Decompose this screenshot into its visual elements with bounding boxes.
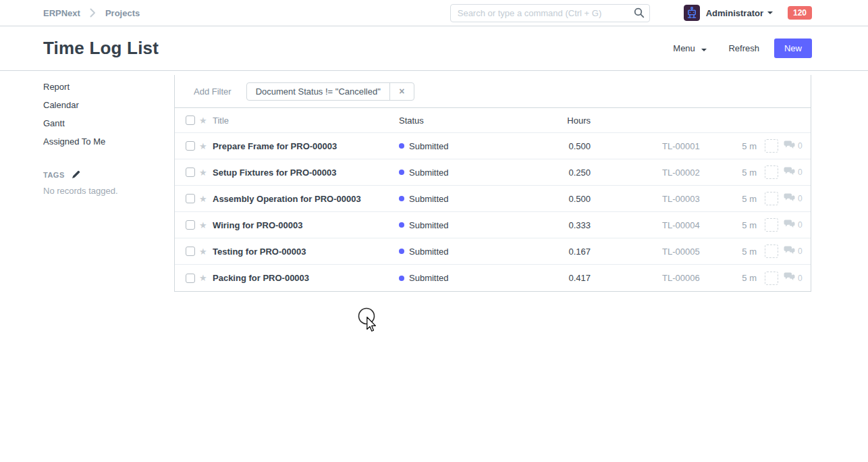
table-row[interactable]: ★ Testing for PRO-00003 Submitted 0.167 …	[175, 238, 811, 265]
assign-placeholder[interactable]	[765, 218, 778, 232]
row-status: Submitted	[399, 141, 507, 151]
star-icon[interactable]: ★	[199, 195, 209, 203]
filter-chip-label[interactable]: Document Status != "Cancelled"	[247, 83, 389, 100]
comment-count-number: 0	[798, 141, 803, 151]
row-checkbox[interactable]	[186, 141, 195, 151]
row-hours: 0.417	[507, 273, 591, 283]
comment-count: 0	[784, 220, 803, 231]
status-label: Submitted	[409, 247, 449, 257]
breadcrumb-projects[interactable]: Projects	[105, 8, 140, 18]
row-hours: 0.500	[507, 194, 591, 204]
star-icon[interactable]: ★	[199, 168, 209, 177]
table-row[interactable]: ★ Assembly Operation for PRO-00003 Submi…	[175, 186, 811, 212]
status-label: Submitted	[409, 168, 449, 178]
row-title-link[interactable]: Testing for PRO-00003	[213, 247, 399, 257]
sidebar-item-gantt[interactable]: Gantt	[43, 118, 174, 129]
menu-button[interactable]: Menu	[673, 43, 707, 53]
sidebar-item-report[interactable]: Report	[43, 82, 174, 93]
chevron-down-icon	[701, 49, 707, 51]
row-id: TL-00004	[662, 220, 723, 230]
assign-placeholder[interactable]	[765, 165, 778, 179]
sidebar-item-calendar[interactable]: Calendar	[43, 100, 174, 111]
star-icon[interactable]: ★	[199, 247, 209, 256]
row-modified-time: 5 m	[723, 247, 757, 257]
comment-count-number: 0	[798, 274, 803, 283]
star-icon[interactable]: ★	[199, 274, 209, 282]
comment-icon	[784, 167, 795, 178]
sidebar-item-assigned-to-me[interactable]: Assigned To Me	[43, 136, 174, 147]
table-row[interactable]: ★ Packing for PRO-00003 Submitted 0.417 …	[175, 265, 811, 291]
row-id: TL-00005	[662, 247, 723, 257]
status-dot-icon	[399, 196, 404, 201]
list-sidebar: ReportCalendarGanttAssigned To Me TAGS N…	[43, 71, 174, 292]
row-checkbox[interactable]	[186, 247, 195, 256]
notification-badge[interactable]: 120	[788, 6, 812, 20]
remove-filter-button[interactable]: ×	[389, 83, 414, 100]
row-checkbox[interactable]	[186, 168, 195, 177]
row-hours: 0.250	[507, 168, 591, 178]
table-row[interactable]: ★ Setup Fixtures for PRO-00003 Submitted…	[175, 159, 811, 186]
new-button[interactable]: New	[774, 38, 812, 58]
star-icon: ★	[199, 116, 209, 125]
comment-count-number: 0	[798, 194, 803, 203]
row-modified-time: 5 m	[723, 273, 757, 283]
edit-tags-icon[interactable]	[72, 170, 80, 179]
row-title-link[interactable]: Prepare Frame for PRO-00003	[213, 141, 399, 151]
add-filter-button[interactable]: Add Filter	[194, 86, 232, 97]
table-row[interactable]: ★ Prepare Frame for PRO-00003 Submitted …	[175, 133, 811, 159]
row-title-link[interactable]: Setup Fixtures for PRO-00003	[213, 168, 399, 178]
row-checkbox[interactable]	[186, 274, 195, 283]
comment-count: 0	[784, 167, 803, 178]
status-dot-icon	[399, 249, 404, 254]
status-label: Submitted	[409, 194, 449, 204]
row-id: TL-00002	[662, 168, 723, 178]
navbar-right: Administrator 120	[684, 5, 812, 21]
comment-icon	[784, 220, 795, 231]
status-dot-icon	[399, 170, 404, 175]
row-status: Submitted	[399, 168, 507, 178]
global-search	[450, 4, 650, 22]
table-row[interactable]: ★ Wiring for PRO-00003 Submitted 0.333 T…	[175, 212, 811, 238]
chevron-down-icon	[767, 11, 773, 14]
breadcrumb-chevron-icon	[90, 8, 96, 18]
row-title-link[interactable]: Wiring for PRO-00003	[213, 220, 399, 230]
mouse-cursor	[354, 304, 383, 336]
tags-label: TAGS	[43, 171, 65, 179]
page-actions: Menu Refresh New	[673, 38, 812, 58]
status-label: Submitted	[409, 273, 449, 283]
comment-icon	[784, 140, 795, 152]
assign-placeholder[interactable]	[765, 139, 778, 153]
list-header-row: ★ Title Status Hours	[175, 107, 811, 133]
row-checkbox[interactable]	[186, 220, 195, 230]
status-label: Submitted	[409, 141, 449, 151]
top-navbar: ERPNext Projects	[0, 0, 868, 26]
refresh-button[interactable]: Refresh	[728, 43, 759, 53]
column-title: Title	[213, 116, 399, 126]
select-all-checkbox[interactable]	[186, 116, 195, 125]
assign-placeholder[interactable]	[765, 272, 778, 285]
status-dot-icon	[399, 143, 404, 149]
comment-count-number: 0	[798, 247, 803, 256]
search-icon[interactable]	[634, 7, 645, 21]
row-hours: 0.167	[507, 247, 591, 257]
star-icon[interactable]: ★	[199, 221, 209, 230]
row-title-link[interactable]: Packing for PRO-00003	[213, 273, 399, 283]
brand-link[interactable]: ERPNext	[43, 8, 80, 18]
star-icon[interactable]: ★	[199, 142, 209, 151]
column-hours: Hours	[507, 116, 591, 126]
row-id: TL-00001	[662, 141, 723, 151]
row-hours: 0.500	[507, 141, 591, 151]
assign-placeholder[interactable]	[765, 192, 778, 205]
page-header: Time Log List Menu Refresh New	[0, 26, 868, 71]
row-title-link[interactable]: Assembly Operation for PRO-00003	[213, 194, 399, 204]
row-checkbox[interactable]	[186, 194, 195, 203]
tags-empty-text: No records tagged.	[43, 186, 174, 196]
comment-count-number: 0	[798, 220, 803, 230]
row-status: Submitted	[399, 247, 507, 257]
row-status: Submitted	[399, 194, 507, 204]
assign-placeholder[interactable]	[765, 245, 778, 258]
user-menu[interactable]: Administrator	[706, 8, 763, 18]
search-input[interactable]	[450, 4, 650, 22]
user-avatar[interactable]	[684, 5, 700, 21]
comment-count: 0	[784, 193, 803, 205]
